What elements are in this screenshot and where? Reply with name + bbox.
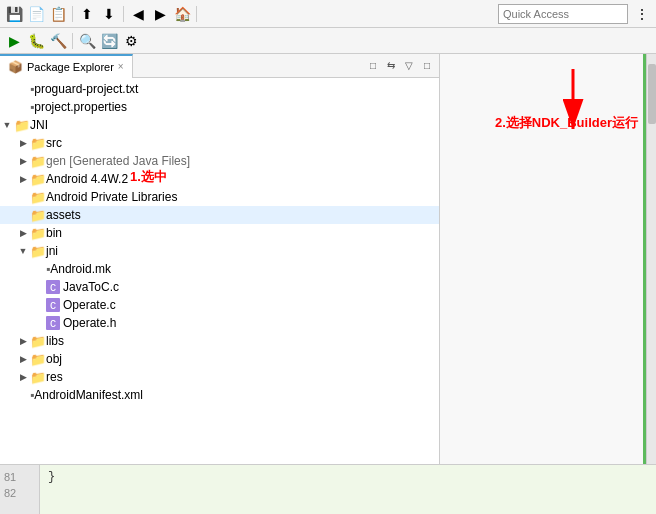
tree-toggle[interactable]: ▶ [16,334,30,348]
sync-btn[interactable]: ⇆ [383,58,399,74]
settings-icon[interactable]: ⚙ [121,31,141,51]
run-icon[interactable]: ▶ [4,31,24,51]
tree-item-obj[interactable]: ▶📁obj [0,350,439,368]
package-explorer-panel: 📦 Package Explorer × □ ⇆ ▽ □ ▪proguard-p… [0,54,440,514]
tree-toggle[interactable]: ▶ [16,172,30,186]
tree-item-bin[interactable]: ▶📁bin [0,224,439,242]
tree-item-libs[interactable]: ▶📁libs [0,332,439,350]
folder-icon: 📁 [30,172,46,187]
c-file-icon: c [46,298,60,312]
main-area: 📦 Package Explorer × □ ⇆ ▽ □ ▪proguard-p… [0,54,656,514]
code-area: 81 82 } [0,464,656,514]
tree-item-label: AndroidManifest.xml [34,388,143,402]
tree-item-operate-c[interactable]: cOperate.c [0,296,439,314]
ndk-annotation: 2.选择NDK_Builder运行 [495,114,638,132]
tree-item-label: proguard-project.txt [34,82,138,96]
tree-item-jni[interactable]: ▼📁jni [0,242,439,260]
tree-item-label: libs [46,334,64,348]
tree-toggle[interactable]: ▶ [16,154,30,168]
tree-toggle[interactable]: ▶ [16,352,30,366]
tree-toggle[interactable]: ▼ [0,118,14,132]
sep4 [72,33,73,49]
tree-item-android-mk[interactable]: ▪Android.mk [0,260,439,278]
tree-item-label: obj [46,352,62,366]
folder-icon: 📁 [30,208,46,223]
tree-item-label: project.properties [34,100,127,114]
tree-toggle[interactable]: ▶ [16,226,30,240]
folder-icon: 📁 [30,136,46,151]
tree-item-src[interactable]: ▶📁src [0,134,439,152]
tree-item-android-manifest[interactable]: ▪AndroidManifest.xml [0,386,439,404]
tab-package-icon: 📦 [8,60,23,74]
max-btn[interactable]: □ [419,58,435,74]
menu-btn[interactable]: ▽ [401,58,417,74]
back-icon[interactable]: ◀ [128,4,148,24]
folder-icon: 📁 [30,190,46,205]
download-icon[interactable]: ⬇ [99,4,119,24]
tab-close-btn[interactable]: × [118,61,124,72]
toolbar-menu-icon[interactable]: ⋮ [632,4,652,24]
tree-toggle [16,82,30,96]
line-numbers: 81 82 [0,465,40,514]
tree-item-label: Android.mk [50,262,111,276]
package-explorer-tab[interactable]: 📦 Package Explorer × [0,54,133,78]
tree-item-operate-h[interactable]: cOperate.h [0,314,439,332]
folder-icon: 📁 [30,334,46,349]
collapse-btn[interactable]: □ [365,58,381,74]
selected-annotation: 1.选中 [130,168,167,186]
tree-toggle[interactable]: ▶ [16,136,30,150]
tab-actions: □ ⇆ ▽ □ [365,58,439,74]
build-icon[interactable]: 🔨 [48,31,68,51]
tree-item-res[interactable]: ▶📁res [0,368,439,386]
toolbar-row2: ▶ 🐛 🔨 🔍 🔄 ⚙ [0,28,656,54]
tree-toggle [32,316,46,330]
tree-item-assets[interactable]: 📁assets [0,206,439,224]
scroll-thumb[interactable] [648,64,656,124]
tree-item-label: assets [46,208,81,222]
refresh-icon[interactable]: 🔄 [99,31,119,51]
upload-icon[interactable]: ⬆ [77,4,97,24]
forward-icon[interactable]: ▶ [150,4,170,24]
scroll-indicator[interactable] [646,54,656,514]
file-icon[interactable]: 📄 [26,4,46,24]
tree-toggle [16,100,30,114]
sep1 [72,6,73,22]
tree-toggle[interactable]: ▶ [16,370,30,384]
sep2 [123,6,124,22]
tree-toggle [16,388,30,402]
tree-item-javatoc[interactable]: cJavaToC.c [0,278,439,296]
tab-bar: 📦 Package Explorer × □ ⇆ ▽ □ [0,54,439,78]
code-line-1: } [48,469,55,485]
tree-item-jni-root[interactable]: ▼📁JNI [0,116,439,134]
search-icon[interactable]: 🔍 [77,31,97,51]
folder-icon: 📁 [30,244,46,259]
tree-item-label: bin [46,226,62,240]
tree-item-gen[interactable]: ▶📁gen [Generated Java Files] [0,152,439,170]
debug-icon[interactable]: 🐛 [26,31,46,51]
code-content: } [40,465,63,514]
toolbar-row1: 💾 📄 📋 ⬆ ⬇ ◀ ▶ 🏠 Quick Access ⋮ [0,0,656,28]
home-icon[interactable]: 🏠 [172,4,192,24]
c-file-icon: c [46,316,60,330]
line-num-82: 82 [4,485,35,501]
quick-access-input[interactable]: Quick Access [498,4,628,24]
tree-item-android-private[interactable]: 📁Android Private Libraries [0,188,439,206]
tree-toggle[interactable]: ▼ [16,244,30,258]
save-icon[interactable]: 💾 [4,4,24,24]
arrow-annotation [533,64,613,144]
tree-item-label: gen [Generated Java Files] [46,154,190,168]
line-num-81: 81 [4,469,35,485]
sep3 [196,6,197,22]
tree-toggle [16,190,30,204]
copy-icon[interactable]: 📋 [48,4,68,24]
folder-icon: 📁 [30,226,46,241]
tree-toggle [32,280,46,294]
tree-item-project-props[interactable]: ▪project.properties [0,98,439,116]
tree-item-label: src [46,136,62,150]
tree-item-label: Android Private Libraries [46,190,177,204]
annotation-area: 2.选择NDK_Builder运行 [440,54,646,514]
tree-item-android44[interactable]: ▶📁Android 4.4W.2 [0,170,439,188]
tree-item-proguard[interactable]: ▪proguard-project.txt [0,80,439,98]
tree-item-label: Android 4.4W.2 [46,172,128,186]
tree-item-label: JNI [30,118,48,132]
